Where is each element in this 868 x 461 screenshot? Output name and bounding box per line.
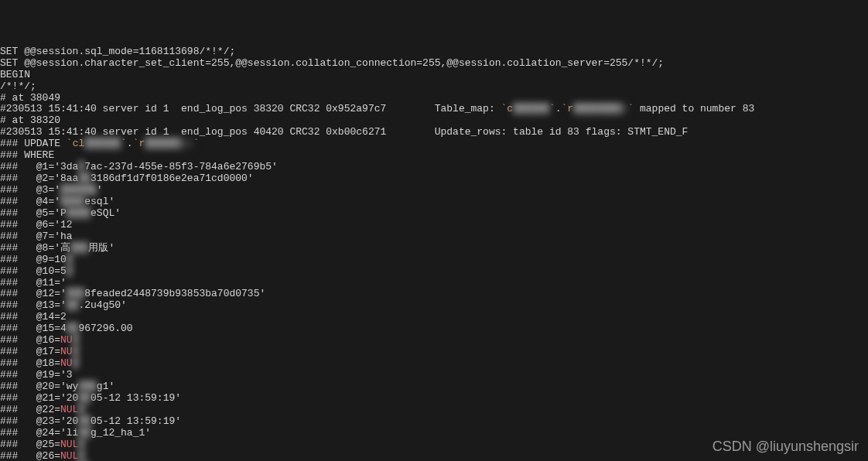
terminal-line: SET @@session.character_set_client=255,@… <box>0 58 868 70</box>
terminal-line: ### @14=2 <box>0 312 868 323</box>
terminal-line: ### @12='███8feaded2448739b93853ba70d073… <box>0 289 868 300</box>
terminal-line: SET @@session.sql_mode=1168113698/*!*/; <box>0 46 868 58</box>
terminal-line: # at 38049 <box>0 93 868 104</box>
terminal-line: ### @11=' <box>0 278 868 289</box>
terminal-line: ### @1='3da█7ac-237d-455e-85f3-784a6e276… <box>0 162 868 173</box>
terminal-line: ### @24='li██g_12_ha_1' <box>0 428 868 439</box>
terminal-line: ### @5='P████eSQL' <box>0 208 868 220</box>
terminal-line: ### @25=NUL█ <box>0 439 868 451</box>
terminal-line: ### @22=NUL█ <box>0 405 868 416</box>
terminal-output: SET @@session.sql_mode=1168113698/*!*/;S… <box>0 46 868 461</box>
terminal-line: /*!*/; <box>0 81 868 93</box>
terminal-line: BEGIN <box>0 70 868 81</box>
terminal-line: #230513 15:41:40 server id 1 end_log_pos… <box>0 104 868 115</box>
terminal-line: ### UPDATE `cl██████`.`r██████ce` <box>0 138 868 150</box>
terminal-line: ### @10=5█ <box>0 266 868 278</box>
terminal-line: ### @9=10█ <box>0 254 868 266</box>
terminal-line: ### @23='20██05-12 13:59:19' <box>0 416 868 428</box>
terminal-line: # at 38320 <box>0 115 868 127</box>
terminal-line: ### @21='20██05-12 13:59:19' <box>0 393 868 405</box>
terminal-line: ### @3='██████' <box>0 185 868 196</box>
terminal-line: ### @19='3 <box>0 370 868 381</box>
terminal-line: ### @8='高███用版' <box>0 243 868 254</box>
terminal-line: ### @26=NUL█ <box>0 451 868 461</box>
terminal-line: ### @18=NU█ <box>0 358 868 370</box>
terminal-line: ### @6='12 <box>0 220 868 231</box>
terminal-line: ### WHERE <box>0 150 868 162</box>
terminal-line: ### @2='8aa██3186df1d7f0186e2ea71cd0000' <box>0 173 868 185</box>
terminal-line: ### @16=NU█ <box>0 335 868 347</box>
terminal-line: ### @13='██.2u4g50' <box>0 300 868 312</box>
terminal-line: ### @15=4██967296.00 <box>0 323 868 335</box>
terminal-line: ### @20='wy███g1' <box>0 381 868 393</box>
terminal-line: ### @4='████esql' <box>0 196 868 208</box>
terminal-line: ### @17=NU█ <box>0 347 868 358</box>
terminal-line: ### @7='ha <box>0 231 868 243</box>
terminal-line: #230513 15:41:40 server id 1 end_log_pos… <box>0 127 868 138</box>
